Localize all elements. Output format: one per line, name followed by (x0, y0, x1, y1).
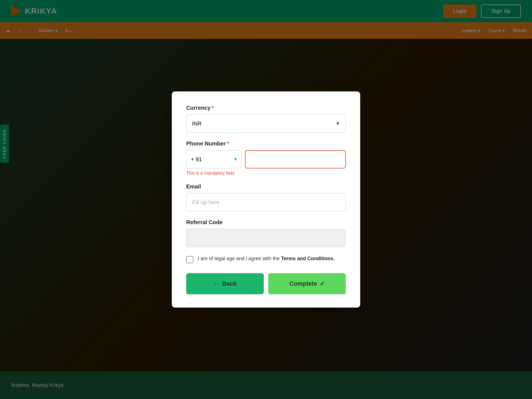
currency-group: Currency* INR USD EUR GBP BDT ▼ (186, 105, 346, 133)
currency-required-star: * (212, 105, 214, 111)
complete-label: Complete (289, 280, 317, 287)
phone-number-input[interactable] (245, 150, 346, 168)
phone-group: Phone Number* + 91 + 880 + 1 ▼ This is a… (186, 140, 346, 176)
phone-country-wrapper: + 91 + 880 + 1 ▼ (186, 150, 242, 168)
email-input[interactable] (186, 193, 346, 211)
terms-link[interactable]: Terms and Conditions. (281, 256, 335, 261)
complete-check-icon: ✓ (320, 280, 325, 287)
terms-text: I am of legal age and i agree with the T… (198, 255, 335, 262)
referral-input[interactable] (186, 229, 346, 247)
currency-select[interactable]: INR USD EUR GBP BDT (186, 114, 346, 133)
phone-error-text: This is a mandatory field (186, 171, 346, 176)
phone-country-select[interactable]: + 91 + 880 + 1 (186, 150, 242, 168)
referral-label: Referral Code (186, 219, 346, 226)
phone-label: Phone Number* (186, 140, 346, 147)
back-label: Back (222, 280, 237, 287)
complete-button[interactable]: Complete ✓ (268, 273, 346, 294)
terms-row: I am of legal age and i agree with the T… (186, 255, 346, 263)
back-button[interactable]: ← Back (186, 273, 264, 294)
terms-checkbox[interactable] (186, 256, 193, 263)
referral-group: Referral Code (186, 219, 346, 247)
email-label: Email (186, 183, 346, 190)
registration-modal: Currency* INR USD EUR GBP BDT ▼ Phone Nu… (172, 91, 360, 308)
currency-select-wrapper: INR USD EUR GBP BDT ▼ (186, 114, 346, 133)
back-arrow-icon: ← (213, 280, 219, 287)
phone-required-star: * (227, 140, 229, 147)
button-row: ← Back Complete ✓ (186, 273, 346, 294)
email-group: Email (186, 183, 346, 211)
phone-row: + 91 + 880 + 1 ▼ (186, 150, 346, 168)
currency-label: Currency* (186, 105, 346, 111)
